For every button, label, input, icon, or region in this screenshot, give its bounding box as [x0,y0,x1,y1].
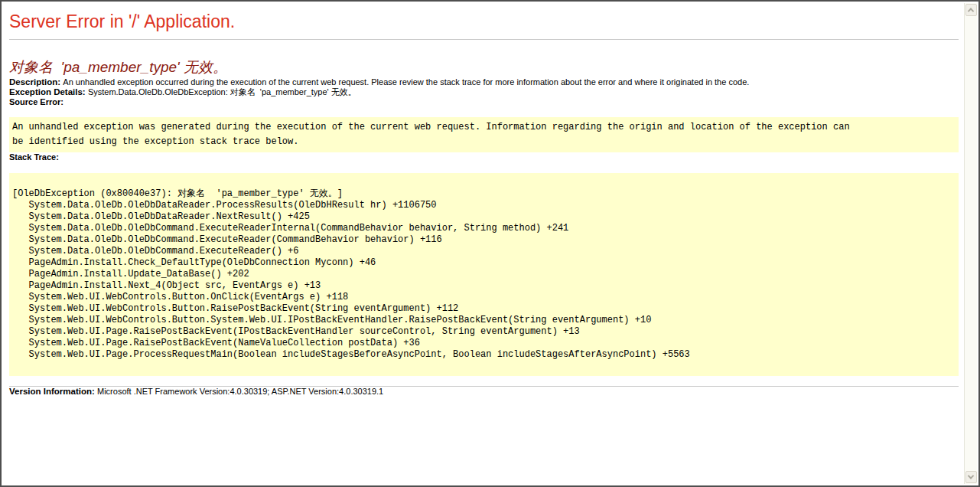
description-label: Description: [9,77,63,87]
chevron-up-icon [968,8,974,14]
stack-trace-label: Stack Trace: [9,152,959,162]
stack-trace-box: [OleDbException (0x80040e37): 对象名 'pa_me… [9,173,959,376]
error-message: 对象名 'pa_member_type' 无效。 [9,57,959,77]
scroll-down-button[interactable] [965,471,977,483]
description-row: Description: An unhandled exception occu… [9,77,959,87]
scroll-up-button[interactable] [965,4,977,16]
page-title: Server Error in '/' Application. [9,11,959,32]
error-page-content: Server Error in '/' Application. 对象名 'pa… [2,2,964,485]
vertical-scrollbar[interactable] [964,3,977,484]
source-error-label: Source Error: [9,97,959,107]
source-error-box: An unhandled exception was generated dur… [9,117,959,152]
browser-window: Server Error in '/' Application. 对象名 'pa… [0,0,980,487]
version-info-row: Version Information: Microsoft .NET Fram… [9,387,959,397]
exception-details-row: Exception Details: System.Data.OleDb.Ole… [9,87,959,97]
exception-details-text: System.Data.OleDb.OleDbException: 对象名 'p… [88,87,357,96]
exception-details-label: Exception Details: [9,87,88,96]
top-divider [9,39,959,40]
chevron-down-icon [968,472,974,479]
description-text: An unhandled exception occurred during t… [63,77,749,87]
scrollbar-track[interactable] [965,16,977,471]
version-info-text: Microsoft .NET Framework Version:4.0.303… [97,387,383,396]
version-info-label: Version Information: [9,387,97,396]
